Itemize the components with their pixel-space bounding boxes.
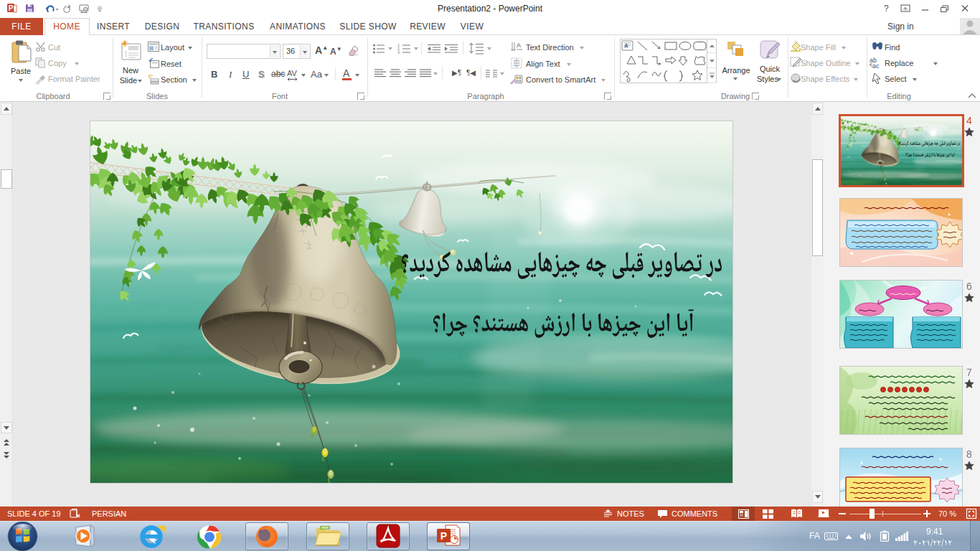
svg-text:P: P <box>9 4 14 12</box>
svg-text:3: 3 <box>397 50 400 55</box>
svg-text:A: A <box>517 42 521 49</box>
svg-text:A: A <box>624 42 628 49</box>
svg-text:ac: ac <box>872 62 880 68</box>
svg-text:P: P <box>440 530 447 542</box>
svg-text:?: ? <box>884 4 889 14</box>
